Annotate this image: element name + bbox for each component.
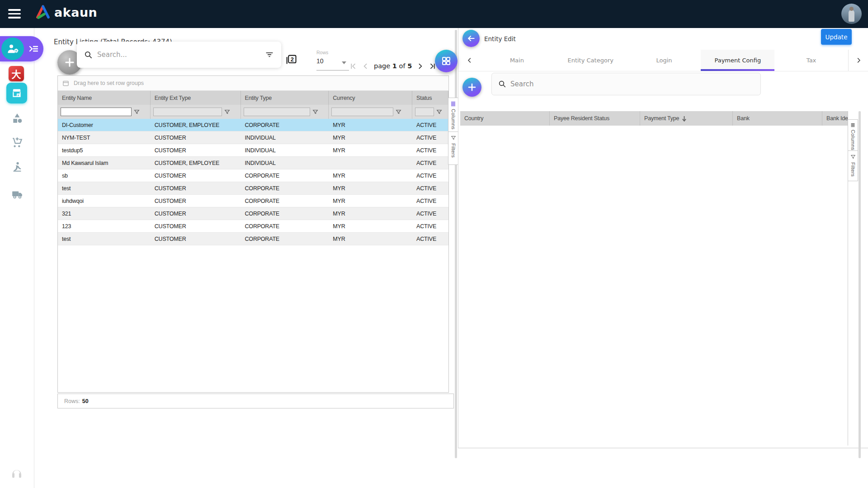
column-header[interactable]: Entity Ext Type [151, 91, 241, 105]
table-footer: Rows: 50 [57, 394, 454, 408]
rows-per-page-select[interactable]: Rows 10 [316, 50, 349, 65]
sidebar-item-storefront[interactable] [6, 83, 27, 103]
right-scrollbar[interactable] [859, 111, 861, 458]
columns-side-tab[interactable]: Columns [448, 98, 458, 132]
table-cell: ACTIVE [412, 195, 448, 207]
filter-funnel-icon[interactable] [224, 109, 230, 115]
tab-entity-category[interactable]: Entity Category [554, 50, 627, 71]
column-header[interactable]: Entity Type [241, 91, 329, 105]
filters-side-tab[interactable]: Filters [848, 150, 858, 181]
left-scrollbar[interactable] [455, 30, 457, 458]
column-header[interactable]: Currency [329, 91, 412, 105]
panel-title: Entity Edit [484, 35, 516, 42]
tab-tax[interactable]: Tax [774, 50, 848, 71]
back-button[interactable] [462, 30, 480, 47]
filter-funnel-icon[interactable] [396, 109, 401, 115]
table-row[interactable]: Md Kawsarul IslamCUSTOMER, EMPLOYEEINDIV… [58, 157, 448, 169]
table-cell: ACTIVE [412, 144, 448, 156]
table-row[interactable]: NYM-TESTCUSTOMERINDIVIDUALMYRACTIVE [58, 131, 448, 144]
sidebar-item-shapes[interactable] [0, 113, 34, 124]
table-cell: ACTIVE [412, 182, 448, 194]
column-filter-cell [329, 105, 412, 119]
column-filter-cell [58, 105, 151, 119]
tab-payment-config[interactable]: Payment Config [701, 50, 774, 71]
filters-side-tab[interactable]: Filters [448, 131, 458, 165]
column-filter-input[interactable] [61, 108, 132, 116]
prev-page-icon[interactable] [362, 62, 369, 70]
table-row[interactable]: testCUSTOMERCORPORATEMYRACTIVE [58, 233, 448, 245]
filter-funnel-icon[interactable] [436, 109, 442, 115]
table-row[interactable]: iuhdwqoiCUSTOMERCORPORATEMYRACTIVE [58, 195, 448, 207]
tabs-scroll-left-icon[interactable] [458, 50, 480, 71]
table-row[interactable]: testCUSTOMERCORPORATEMYRACTIVE [58, 182, 448, 195]
table-cell: CUSTOMER [151, 195, 241, 207]
tab-login[interactable]: Login [627, 50, 701, 71]
sidebar-item-red-app[interactable]: 大 [9, 66, 24, 81]
column-header-label: Payment Type [644, 115, 679, 122]
table-row[interactable]: 123CUSTOMERCORPORATEMYRACTIVE [58, 220, 448, 233]
sidebar-item-add-cart[interactable] [0, 136, 34, 148]
table-cell: ACTIVE [412, 220, 448, 232]
search-input[interactable] [510, 80, 754, 88]
table-row[interactable]: sbCUSTOMERCORPORATEMYRACTIVE [58, 169, 448, 182]
table-cell: MYR [329, 119, 412, 131]
filter-funnel-icon[interactable] [312, 109, 318, 115]
first-page-icon[interactable] [349, 62, 357, 70]
table-cell: CUSTOMER [151, 131, 241, 144]
column-filter-input[interactable] [244, 108, 310, 116]
tab-main[interactable]: Main [480, 50, 554, 71]
table-cell: testdup5 [58, 144, 151, 156]
table-row[interactable]: 321CUSTOMERCORPORATEMYRACTIVE [58, 207, 448, 220]
column-header[interactable]: Country [460, 111, 550, 126]
tabs-scroll-right-icon[interactable] [848, 50, 868, 71]
logo-triangle-icon [35, 5, 51, 19]
table-cell: MYR [329, 182, 412, 194]
column-filter-input[interactable] [331, 108, 393, 116]
table-cell: CORPORATE [241, 233, 329, 245]
column-header[interactable]: Bank Ider [822, 111, 848, 126]
table-cell: sb [58, 169, 151, 182]
table-cell: ACTIVE [412, 119, 448, 131]
column-header[interactable]: Entity Name [58, 91, 151, 105]
column-header[interactable]: Status [412, 91, 448, 105]
column-header[interactable]: Payee Resident Status [550, 111, 640, 126]
grid-view-button[interactable] [435, 50, 458, 72]
column-filter-input[interactable] [153, 108, 222, 116]
table-cell: ACTIVE [412, 157, 448, 169]
update-button[interactable]: Update [821, 29, 852, 45]
table-cell: CORPORATE [241, 169, 329, 182]
table-cell: NYM-TEST [58, 131, 151, 144]
table-row[interactable]: testdup5CUSTOMERINDIVIDUALMYRACTIVE [58, 144, 448, 157]
user-settings-icon[interactable] [1, 38, 24, 60]
user-avatar[interactable] [841, 4, 862, 24]
columns-side-tab[interactable]: Columns [848, 119, 858, 151]
filter-list-icon[interactable] [265, 50, 274, 59]
column-header[interactable]: Payment Type [640, 111, 733, 126]
sidebar-item-truck[interactable] [0, 188, 34, 200]
column-filter-input[interactable] [415, 108, 434, 116]
two-page-view-icon[interactable]: 2 [285, 53, 297, 66]
brand-logo: akaun [35, 5, 97, 19]
row-group-dropzone[interactable]: Drag here to set row groups [58, 76, 448, 91]
sidebar-item-operator[interactable] [0, 161, 34, 173]
top-bar: akaun [0, 0, 868, 28]
column-header-label: Payee Resident Status [554, 115, 609, 122]
table-cell: test [58, 182, 151, 194]
add-payment-config-button[interactable] [462, 78, 481, 97]
hamburger-menu-icon[interactable] [8, 9, 22, 19]
filter-funnel-icon[interactable] [134, 109, 140, 115]
next-page-icon[interactable] [416, 62, 424, 70]
table-filter-row [58, 105, 448, 119]
support-headset-icon[interactable] [10, 468, 24, 481]
table-cell: MYR [329, 195, 412, 207]
column-header[interactable]: Bank [733, 111, 822, 126]
active-module-pill[interactable] [0, 36, 43, 61]
table-cell: test [58, 233, 151, 245]
table-row[interactable]: DI-CustomerCUSTOMER, EMPLOYEECORPORATEMY… [58, 119, 448, 131]
search-input[interactable] [97, 51, 265, 59]
payment-table-header-row: CountryPayee Resident StatusPayment Type… [460, 111, 848, 126]
table-cell: CUSTOMER, EMPLOYEE [151, 157, 241, 169]
columns-tab-label: Columns [850, 130, 856, 150]
menu-open-icon[interactable] [28, 43, 39, 54]
column-filter-cell [412, 105, 448, 119]
